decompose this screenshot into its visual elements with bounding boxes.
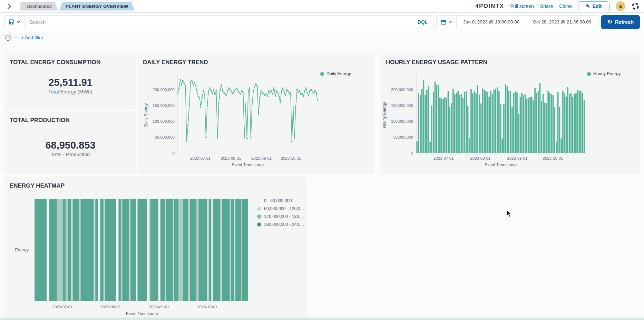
svg-text:200,000,000: 200,000,000 xyxy=(153,88,175,92)
hourly-energy-bar-chart[interactable]: 050,000,000100,000,000150,000,000200,000… xyxy=(381,67,639,171)
nav-collapse-icon[interactable] xyxy=(5,2,14,11)
panel-title: DAILY ENERGY TREND xyxy=(143,59,208,66)
calendar-icon xyxy=(441,19,446,25)
metric-caption: Total - Production xyxy=(5,152,136,157)
top-navigation: Dashboards PLANT ENERGY OVERVIEW 4POINTX… xyxy=(0,0,644,13)
svg-text:Event Timestamp: Event Timestamp xyxy=(126,311,158,316)
svg-text:100,000,000: 100,000,000 xyxy=(153,119,175,123)
breadcrumb-dashboards[interactable]: Dashboards xyxy=(20,2,58,11)
svg-text:2023-10-01: 2023-10-01 xyxy=(197,305,217,309)
svg-text:2023-07-01: 2023-07-01 xyxy=(433,156,454,160)
panel-title: TOTAL ENERGY CONSUMPTION xyxy=(10,59,100,66)
next-row-panel-edge xyxy=(0,318,644,320)
svg-text:2023-08-01: 2023-08-01 xyxy=(100,305,121,309)
svg-text:150,000,000: 150,000,000 xyxy=(153,103,175,108)
filter-bar: — + Add filter xyxy=(0,31,644,44)
save-query-icon xyxy=(9,19,14,25)
nav-separator xyxy=(16,2,16,10)
search-box: DQL xyxy=(4,15,433,29)
metric-value: 68,950.853 xyxy=(5,140,136,151)
chevron-down-icon xyxy=(17,21,20,23)
svg-text:2023-07-01: 2023-07-01 xyxy=(52,305,73,309)
query-language-button[interactable]: DQL xyxy=(412,19,433,25)
svg-text:2023-07-01: 2023-07-01 xyxy=(190,156,211,160)
date-range-end[interactable]: Oct 28, 2023 @ 21:36:00.00 xyxy=(533,19,591,24)
svg-text:2023-10-01: 2023-10-01 xyxy=(281,156,301,160)
search-input[interactable] xyxy=(25,19,412,25)
svg-text:0: 0 xyxy=(411,151,413,155)
refresh-button[interactable]: ↻ Refresh xyxy=(601,15,640,29)
energy-heatmap-chart[interactable]: 2023-07-012023-08-012023-09-012023-10-01… xyxy=(5,191,306,320)
breadcrumb-current-dashboard: PLANT ENERGY OVERVIEW xyxy=(59,2,135,11)
svg-text:Event Timestamp: Event Timestamp xyxy=(485,162,517,167)
pencil-icon: ✎ xyxy=(586,3,590,9)
dashboard-screen: Dashboards PLANT ENERGY OVERVIEW 4POINTX… xyxy=(0,0,644,320)
add-filter-button[interactable]: + Add filter xyxy=(21,35,43,40)
filter-icon[interactable] xyxy=(5,34,11,41)
query-bar: DQL Jun 8, 2023 @ 18:00:00.00 → Oct 28, … xyxy=(0,13,644,31)
panel-energy-heatmap: ENERGY HEATMAP 0 - 60,000,000 60,000,000… xyxy=(5,177,306,320)
panel-title: TOTAL PRODUCTION xyxy=(10,117,70,124)
full-screen-link[interactable]: Full screen xyxy=(510,3,534,9)
brand-logo: 4POINTX xyxy=(475,3,504,10)
svg-text:Hourly Energy: Hourly Energy xyxy=(382,102,387,128)
svg-text:2023-08-01: 2023-08-01 xyxy=(221,156,241,160)
panel-hourly-energy-usage: HOURLY ENERGY USAGE PATTERN Hourly Energ… xyxy=(381,53,639,172)
panel-total-energy-consumption: TOTAL ENERGY CONSUMPTION 25,511.91 Total… xyxy=(5,53,136,109)
panel-title: HOURLY ENERGY USAGE PATTERN xyxy=(386,59,487,66)
svg-text:Energy: Energy xyxy=(15,248,29,252)
svg-text:150,000,000: 150,000,000 xyxy=(391,103,413,108)
panel-title: ENERGY HEATMAP xyxy=(10,182,65,189)
share-link[interactable]: Share xyxy=(540,3,553,9)
edit-button-label: Edit xyxy=(593,3,602,9)
clone-link[interactable]: Clone xyxy=(559,3,572,9)
svg-text:200,000,000: 200,000,000 xyxy=(391,88,413,92)
refresh-icon: ↻ xyxy=(607,18,612,26)
filter-divider: — xyxy=(14,35,18,40)
quick-select-menu[interactable] xyxy=(437,16,457,29)
svg-text:2023-09-01: 2023-09-01 xyxy=(149,305,169,309)
avatar[interactable]: a xyxy=(616,1,625,11)
svg-text:Event Timestamp: Event Timestamp xyxy=(232,162,264,167)
svg-text:Daily Energy: Daily Energy xyxy=(144,103,148,127)
svg-text:2023-09-01: 2023-09-01 xyxy=(507,156,527,160)
panel-total-production: TOTAL PRODUCTION 68,950.853 Total - Prod… xyxy=(5,111,136,172)
help-icon[interactable] xyxy=(632,2,639,10)
saved-query-menu[interactable] xyxy=(4,16,25,29)
svg-text:2023-09-01: 2023-09-01 xyxy=(251,156,272,160)
svg-text:50,000,000: 50,000,000 xyxy=(393,135,413,139)
daily-energy-line-chart[interactable]: 050,000,000100,000,000150,000,000200,000… xyxy=(138,67,373,171)
svg-text:2023-08-01: 2023-08-01 xyxy=(470,156,490,160)
panel-daily-energy-trend: DAILY ENERGY TREND Daily Energy 050,000,… xyxy=(138,53,373,172)
edit-button[interactable]: ✎ Edit xyxy=(578,1,609,11)
chevron-down-icon xyxy=(448,21,452,23)
svg-text:100,000,000: 100,000,000 xyxy=(391,119,413,123)
svg-text:50,000,000: 50,000,000 xyxy=(155,135,175,139)
metric-value: 25,511.91 xyxy=(5,77,136,88)
mouse-cursor xyxy=(506,210,512,217)
metric-caption: Total Energy (MWh) xyxy=(5,89,136,94)
arrow-right-icon: → xyxy=(524,19,528,25)
chevron-right-icon xyxy=(7,3,12,9)
svg-text:0: 0 xyxy=(173,151,175,155)
date-range-picker: Jun 8, 2023 @ 18:00:00.00 → Oct 28, 2023… xyxy=(436,15,598,29)
refresh-button-label: Refresh xyxy=(615,19,634,25)
svg-text:2023-10-01: 2023-10-01 xyxy=(543,156,563,160)
date-range-start[interactable]: Jun 8, 2023 @ 18:00:00.00 xyxy=(463,19,519,24)
